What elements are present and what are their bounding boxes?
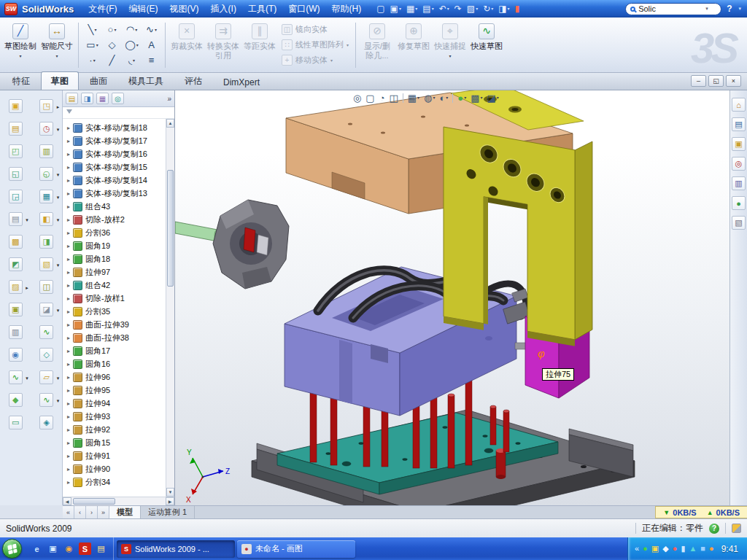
menu-item-2[interactable]: 编辑(E) — [123, 0, 164, 18]
expand-arrow-icon[interactable]: ▸ — [65, 230, 72, 236]
tree-item-21[interactable]: ▸切除-放样2 — [65, 213, 166, 226]
curves-tool-icon[interactable]: ◨ — [39, 235, 53, 249]
doc-restore-button[interactable]: ◱ — [708, 75, 724, 87]
tree-item-28[interactable]: ▸实体-移动/复制18 — [65, 121, 166, 134]
tree-horizontal-scrollbar[interactable]: ◀ ▶ — [63, 497, 174, 505]
expand-arrow-icon[interactable]: ▸ — [65, 282, 72, 289]
graphics-utility-icon[interactable]: ▲ — [689, 545, 697, 553]
xpress-products-icon[interactable]: ▮ — [513, 4, 522, 14]
appearances-scenes-icon[interactable]: ● — [732, 196, 746, 210]
print-icon[interactable]: ▤▾ — [420, 4, 436, 14]
offset-entities-button[interactable]: ∥等距实体 — [242, 20, 277, 71]
expand-arrow-icon[interactable]: ▸ — [65, 466, 72, 472]
menu-item-3[interactable]: 视图(V) — [164, 0, 205, 18]
open-icon[interactable]: ▣▾ — [388, 4, 403, 14]
point-icon[interactable]: ·▾ — [82, 52, 102, 68]
clamp-part[interactable] — [175, 200, 289, 289]
sketch-fillet-icon[interactable]: ◟▾ — [122, 52, 142, 68]
zoom-area-icon[interactable]: ▢ — [365, 93, 374, 103]
command-tab-6[interactable]: DimXpert — [213, 74, 270, 90]
status-help-icon[interactable]: ? — [709, 524, 719, 534]
smart-dimension-button[interactable]: ↔智能尺寸▾ — [39, 20, 74, 71]
internet-explorer-icon[interactable]: e — [31, 542, 43, 555]
tree-item-22[interactable]: ▸组合43 — [65, 200, 166, 213]
featuremanager-tab-icon[interactable]: ▤ — [66, 93, 78, 104]
draft-tool-icon[interactable]: ▦▾ — [39, 190, 53, 203]
expand-arrow-icon[interactable]: ▸ — [65, 295, 72, 302]
instant3d-icon[interactable]: ◩ — [9, 257, 23, 271]
rib-tool-icon[interactable]: ◵▾ — [39, 167, 53, 181]
network-icon[interactable]: ■ — [700, 545, 705, 553]
menu-item-5[interactable]: 工具(T) — [242, 0, 282, 18]
expand-arrow-icon[interactable]: ▸ — [65, 479, 72, 486]
menu-item-1[interactable]: 文件(F) — [82, 0, 123, 18]
scroll-down-arrow-icon[interactable]: ▼ — [166, 488, 174, 497]
search-box[interactable]: ▾ — [625, 3, 721, 15]
expand-arrow-icon[interactable]: ▸ — [65, 269, 72, 276]
sweep-tool-icon[interactable]: ◷▾ — [39, 122, 53, 136]
tree-item-23[interactable]: ▸实体-移动/复制13 — [65, 187, 166, 200]
command-tab-1[interactable]: 特征 — [2, 71, 40, 90]
tree-item-17[interactable]: ▸拉伸97 — [65, 265, 166, 279]
design-library-icon[interactable]: ▤ — [732, 117, 746, 131]
show-desktop-icon[interactable]: ▣ — [47, 542, 59, 555]
tab-scroll-first[interactable]: « — [63, 506, 74, 518]
update-icon[interactable]: ▣ — [651, 545, 659, 553]
expand-arrow-icon[interactable]: ▸ — [65, 413, 72, 420]
ime-icon[interactable]: ◆ — [662, 545, 668, 553]
tree-item-24[interactable]: ▸实体-移动/复制14 — [65, 174, 166, 187]
search-dropdown-icon[interactable]: ▾ — [704, 6, 710, 12]
custom-properties-icon[interactable]: ▧ — [732, 216, 746, 230]
spline-icon[interactable]: ∿▾ — [142, 22, 161, 37]
expand-arrow-icon[interactable]: ▸ — [65, 440, 72, 446]
tree-scroll-thumb[interactable] — [167, 170, 174, 287]
command-tab-4[interactable]: 模具工具 — [118, 71, 174, 90]
mail-icon[interactable]: ▤ — [95, 542, 107, 555]
expand-arrow-icon[interactable]: ▸ — [65, 361, 72, 368]
expand-arrow-icon[interactable]: ▸ — [65, 190, 72, 197]
tree-item-13[interactable]: ▸曲面-拉伸39 — [65, 318, 166, 331]
convert-entities-button[interactable]: ⇉转换实体引用 — [206, 20, 241, 71]
tree-vertical-scrollbar[interactable]: ▲ ▼ — [166, 119, 174, 497]
extrude-tool-icon[interactable]: ▣ — [9, 99, 23, 113]
indent-tool-icon[interactable]: ◇ — [39, 348, 53, 362]
scale-tool-icon[interactable]: ◪▾ — [39, 303, 53, 316]
start-button[interactable] — [2, 539, 22, 559]
tree-item-8[interactable]: ▸拉伸95 — [65, 384, 166, 397]
tab-scroll-last[interactable]: » — [98, 506, 109, 518]
menu-item-6[interactable]: 窗口(W) — [282, 0, 325, 18]
expand-arrow-icon[interactable]: ▸ — [65, 164, 72, 171]
pattern-tool-icon[interactable]: ▤▾ — [9, 212, 23, 226]
expand-arrow-icon[interactable]: ▸ — [65, 217, 72, 223]
tree-item-5[interactable]: ▸拉伸92 — [65, 423, 166, 436]
tree-item-12[interactable]: ▸曲面-拉伸38 — [65, 331, 166, 344]
expand-arrow-icon[interactable]: ▸ — [65, 335, 72, 341]
combine-tool-icon[interactable]: ▨▸ — [9, 280, 23, 294]
expand-arrow-icon[interactable]: ▸ — [65, 243, 72, 249]
chamfer-tool-icon[interactable]: ◱ — [9, 167, 23, 181]
expand-arrow-icon[interactable]: ▸ — [65, 125, 72, 131]
help-dropdown-icon[interactable]: ▾ — [737, 6, 743, 12]
reference-geometry-icon[interactable]: ▩ — [9, 235, 23, 249]
expand-arrow-icon[interactable]: ▸ — [65, 203, 72, 210]
media-player-icon[interactable]: ◉ — [63, 542, 75, 555]
scroll-up-arrow-icon[interactable]: ▲ — [166, 119, 174, 128]
search-input[interactable] — [638, 4, 701, 13]
options-icon[interactable]: ◨▾ — [496, 4, 511, 14]
tree-item-16[interactable]: ▸组合42 — [65, 279, 166, 292]
tree-item-2[interactable]: ▸拉伸90 — [65, 462, 166, 475]
command-tab-2[interactable]: 草图 — [41, 71, 79, 90]
command-tab-3[interactable]: 曲面 — [80, 71, 117, 90]
ellipse-icon[interactable]: ◯▾ — [122, 37, 142, 52]
menu-item-4[interactable]: 插入(I) — [205, 0, 242, 18]
configurationmanager-tab-icon[interactable]: ▦ — [96, 93, 109, 104]
flex-tool-icon[interactable]: ∿▾ — [9, 370, 23, 384]
expand-arrow-icon[interactable]: ▸ — [65, 387, 72, 394]
file-explorer-icon[interactable]: ▣ — [732, 137, 746, 151]
undo-icon[interactable]: ↶▾ — [437, 4, 452, 14]
join-tool-icon[interactable]: ∿▾ — [39, 393, 53, 407]
repair-sketch-button[interactable]: ⊕修复草图 — [396, 20, 431, 71]
line-icon[interactable]: ╲▾ — [82, 22, 102, 37]
panel-chevron-icon[interactable]: » — [167, 95, 171, 103]
deform-tool-icon[interactable]: ◉ — [9, 348, 23, 362]
